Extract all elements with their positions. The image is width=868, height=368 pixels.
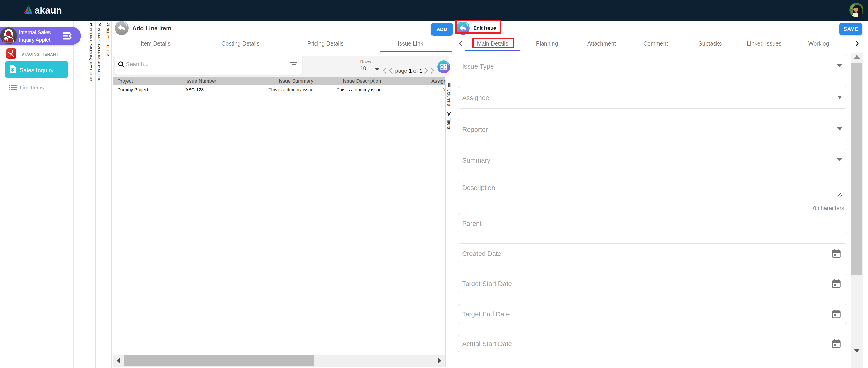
svg-text:a: a [6, 38, 8, 41]
svg-text:$: $ [11, 67, 14, 72]
